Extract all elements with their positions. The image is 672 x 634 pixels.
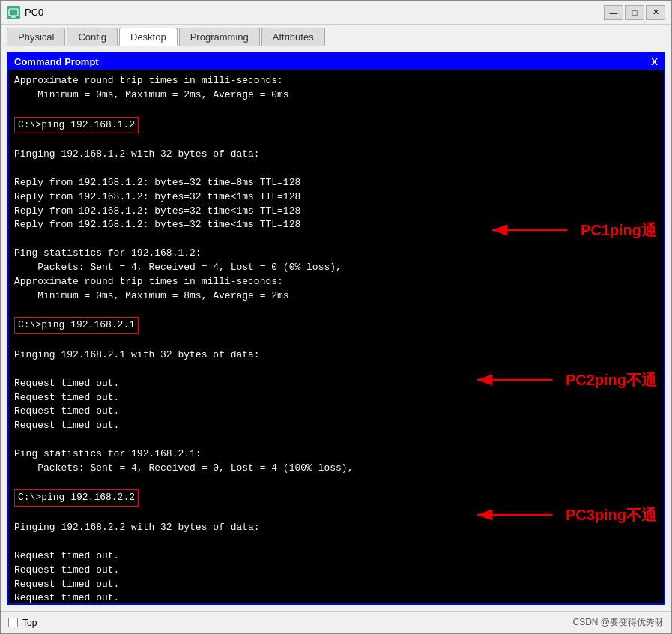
tab-bar: Physical Config Desktop Programming Attr… [1,25,671,46]
cmd-input-ping1: C:\>ping 192.168.1.2 [14,117,139,134]
close-button[interactable]: ✕ [646,5,665,20]
window-controls: — □ ✕ [604,5,665,20]
tab-programming[interactable]: Programming [179,28,260,46]
bottom-bar: Top CSDN @要变得优秀呀 [1,611,671,633]
window-title: PC0 [25,7,604,18]
tab-config[interactable]: Config [67,28,118,46]
cmd-body-wrapper: Approximate round trip times in milli-se… [8,70,664,603]
svg-rect-0 [9,9,18,16]
maximize-button[interactable]: □ [625,5,644,20]
minimize-button[interactable]: — [604,5,623,20]
top-label: Top [22,618,37,628]
command-prompt-window: Command Prompt X Approximate round trip … [7,52,665,605]
tab-desktop[interactable]: Desktop [119,28,178,46]
app-icon [7,6,20,19]
tab-physical[interactable]: Physical [7,28,65,46]
cmd-input-ping3: C:\>ping 192.168.2.2 [14,489,139,507]
content-outer: Command Prompt X Approximate round trip … [1,46,671,611]
cmd-titlebar: Command Prompt X [8,54,664,70]
cmd-title: Command Prompt [14,56,99,67]
top-checkbox[interactable] [8,618,18,627]
tab-attributes[interactable]: Attributes [261,28,325,46]
content-area: Command Prompt X Approximate round trip … [1,46,671,611]
title-bar: PC0 — □ ✕ [1,1,671,25]
main-window: PC0 — □ ✕ Physical Config Desktop Progra… [0,0,672,634]
cmd-output: Approximate round trip times in milli-se… [14,74,658,603]
watermark: CSDN @要变得优秀呀 [572,616,664,629]
cmd-close-button[interactable]: X [651,56,658,67]
cmd-input-ping2: C:\>ping 192.168.2.1 [14,317,139,334]
cmd-body[interactable]: Approximate round trip times in milli-se… [8,70,664,603]
